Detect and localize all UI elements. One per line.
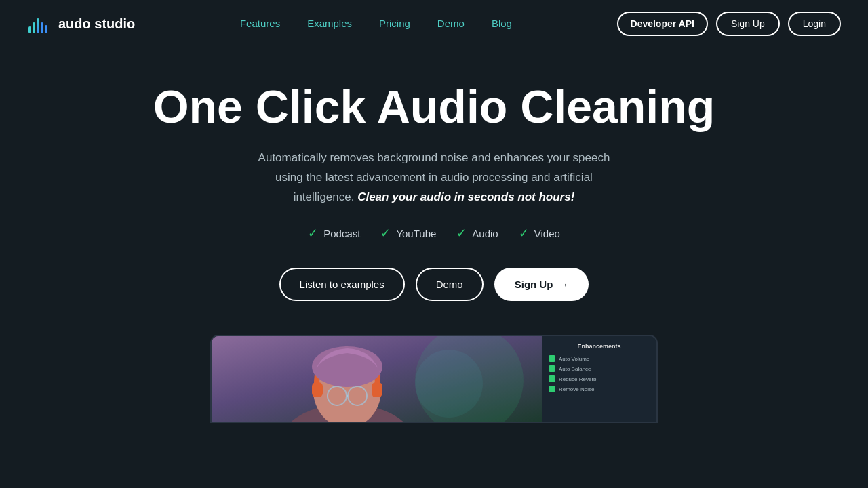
nav-features[interactable]: Features bbox=[240, 18, 280, 29]
arrow-icon: → bbox=[558, 279, 568, 290]
panel-item-2: Reduce Reverb bbox=[549, 375, 650, 382]
tag-audio: ✓ Audio bbox=[456, 226, 498, 241]
nav-login-button[interactable]: Login bbox=[788, 12, 841, 36]
panel-item-0: Auto Volume bbox=[549, 355, 650, 362]
panel-title: Enhancements bbox=[549, 343, 650, 350]
checkbox-auto-balance bbox=[549, 365, 555, 372]
svg-rect-3 bbox=[41, 22, 43, 33]
hero-signup-button[interactable]: Sign Up → bbox=[494, 268, 589, 301]
svg-point-7 bbox=[415, 350, 483, 418]
tag-video: ✓ Video bbox=[519, 226, 560, 241]
listen-examples-button[interactable]: Listen to examples bbox=[279, 268, 405, 301]
logo[interactable]: audo studio bbox=[27, 12, 135, 36]
nav-examples[interactable]: Examples bbox=[307, 18, 352, 29]
check-icon-audio: ✓ bbox=[456, 226, 467, 241]
navbar: audo studio Features Examples Pricing De… bbox=[0, 0, 868, 47]
logo-text: audo studio bbox=[58, 16, 135, 32]
nav-demo[interactable]: Demo bbox=[437, 18, 465, 29]
hero-subtitle: Automatically removes background noise a… bbox=[258, 148, 610, 207]
check-icon-video: ✓ bbox=[519, 226, 529, 241]
svg-rect-2 bbox=[37, 18, 39, 33]
nav-links: Features Examples Pricing Demo Blog bbox=[240, 18, 512, 30]
panel-item-label-2: Reduce Reverb bbox=[559, 376, 597, 382]
panel-item-label-3: Remove Noise bbox=[559, 386, 594, 392]
laptop-frame: Enhancements Auto Volume Auto Balance Re… bbox=[210, 335, 658, 423]
hero-title: One Click Audio Cleaning bbox=[153, 81, 715, 132]
demo-button[interactable]: Demo bbox=[416, 268, 484, 301]
enhancements-panel: Enhancements Auto Volume Auto Balance Re… bbox=[542, 336, 656, 423]
svg-rect-1 bbox=[33, 22, 35, 33]
panel-item-label-1: Auto Balance bbox=[559, 366, 591, 372]
check-icon-youtube: ✓ bbox=[380, 226, 391, 241]
hero-buttons: Listen to examples Demo Sign Up → bbox=[279, 268, 589, 301]
tag-podcast: ✓ Podcast bbox=[308, 226, 360, 241]
panel-item-1: Auto Balance bbox=[549, 365, 650, 372]
svg-rect-10 bbox=[312, 382, 323, 397]
svg-rect-11 bbox=[372, 382, 382, 397]
svg-rect-4 bbox=[45, 25, 47, 33]
nav-blog[interactable]: Blog bbox=[492, 18, 512, 29]
nav-right: Developer API Sign Up Login bbox=[617, 12, 841, 36]
app-preview: Enhancements Auto Volume Auto Balance Re… bbox=[210, 335, 658, 423]
checkbox-remove-noise bbox=[549, 386, 555, 392]
hero-tags: ✓ Podcast ✓ YouTube ✓ Audio ✓ Video bbox=[308, 226, 560, 241]
logo-icon bbox=[27, 12, 52, 36]
checkbox-reduce-reverb bbox=[549, 375, 555, 382]
hero-section: One Click Audio Cleaning Automatically r… bbox=[0, 47, 868, 423]
panel-item-3: Remove Noise bbox=[549, 386, 650, 392]
svg-rect-0 bbox=[28, 26, 31, 33]
check-icon-podcast: ✓ bbox=[308, 226, 318, 241]
tag-youtube: ✓ YouTube bbox=[380, 226, 436, 241]
nav-signup-button[interactable]: Sign Up bbox=[716, 12, 780, 36]
panel-item-label-0: Auto Volume bbox=[559, 356, 589, 362]
developer-api-button[interactable]: Developer API bbox=[617, 12, 708, 36]
video-panel bbox=[212, 336, 542, 423]
nav-pricing[interactable]: Pricing bbox=[379, 18, 410, 29]
checkbox-auto-volume bbox=[549, 355, 555, 362]
hero-subtitle-bold: Clean your audio in seconds not hours! bbox=[357, 190, 574, 203]
